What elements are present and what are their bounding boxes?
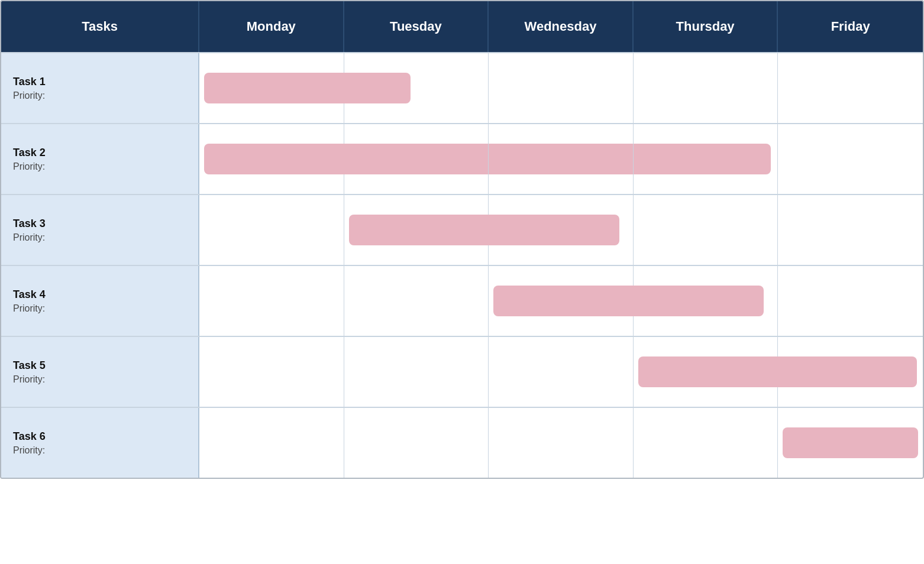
- task-2-monday: [199, 124, 344, 194]
- header-wednesday: Wednesday: [489, 1, 634, 52]
- task-1-name: Task 1: [13, 76, 186, 88]
- task-5-wednesday: [489, 337, 634, 407]
- table-row: Task 3 Priority:: [1, 194, 923, 265]
- task-5-friday: [778, 337, 923, 407]
- table-row: Task 4 Priority:: [1, 265, 923, 336]
- task-5-priority: Priority:: [13, 374, 186, 385]
- task-6-priority: Priority:: [13, 445, 186, 456]
- task-1-tuesday: [344, 53, 489, 123]
- task-3-monday: [199, 195, 344, 265]
- task-cell-5: Task 5 Priority:: [1, 337, 199, 407]
- task-4-name: Task 4: [13, 289, 186, 301]
- task-cell-4: Task 4 Priority:: [1, 266, 199, 336]
- task-2-wednesday: [489, 124, 634, 194]
- task-4-tuesday: [344, 266, 489, 336]
- task-2-thursday: [634, 124, 778, 194]
- task-3-tuesday: [344, 195, 489, 265]
- header-tuesday: Tuesday: [344, 1, 489, 52]
- table-row: Task 5 Priority:: [1, 336, 923, 407]
- task-5-tuesday: [344, 337, 489, 407]
- task-5-thursday: [634, 337, 778, 407]
- task-cell-2: Task 2 Priority:: [1, 124, 199, 194]
- task-3-thursday: [634, 195, 778, 265]
- table-row: Task 2 Priority:: [1, 123, 923, 194]
- task-6-wednesday: [489, 408, 634, 478]
- task-5-monday: [199, 337, 344, 407]
- header-thursday: Thursday: [634, 1, 778, 52]
- task-1-monday: [199, 53, 344, 123]
- task-1-priority: Priority:: [13, 90, 186, 101]
- task-cell-1: Task 1 Priority:: [1, 53, 199, 123]
- task-2-friday: [778, 124, 923, 194]
- table-row: Task 1 Priority:: [1, 52, 923, 123]
- header-tasks: Tasks: [1, 1, 199, 52]
- task-3-name: Task 3: [13, 218, 186, 230]
- task-6-bar: [783, 427, 918, 458]
- task-3-wednesday: [489, 195, 634, 265]
- gantt-header: Tasks Monday Tuesday Wednesday Thursday …: [1, 1, 923, 52]
- task-1-friday: [778, 53, 923, 123]
- header-monday: Monday: [199, 1, 344, 52]
- task-4-priority: Priority:: [13, 303, 186, 314]
- table-row: Task 6 Priority:: [1, 407, 923, 478]
- task-6-monday: [199, 408, 344, 478]
- gantt-chart: Tasks Monday Tuesday Wednesday Thursday …: [0, 0, 924, 479]
- task-6-thursday: [634, 408, 778, 478]
- task-4-thursday: [634, 266, 778, 336]
- task-1-thursday: [634, 53, 778, 123]
- header-friday: Friday: [778, 1, 923, 52]
- task-1-wednesday: [489, 53, 634, 123]
- gantt-body: Task 1 Priority: Task 2 Priority:: [1, 52, 923, 478]
- task-3-friday: [778, 195, 923, 265]
- task-cell-3: Task 3 Priority:: [1, 195, 199, 265]
- task-4-friday: [778, 266, 923, 336]
- task-5-name: Task 5: [13, 359, 186, 372]
- task-6-name: Task 6: [13, 430, 186, 443]
- task-6-tuesday: [344, 408, 489, 478]
- task-4-wednesday: [489, 266, 634, 336]
- task-6-friday: [778, 408, 923, 478]
- task-2-priority: Priority:: [13, 161, 186, 172]
- task-cell-6: Task 6 Priority:: [1, 408, 199, 478]
- task-2-name: Task 2: [13, 147, 186, 159]
- task-2-tuesday: [344, 124, 489, 194]
- task-4-monday: [199, 266, 344, 336]
- task-3-priority: Priority:: [13, 232, 186, 243]
